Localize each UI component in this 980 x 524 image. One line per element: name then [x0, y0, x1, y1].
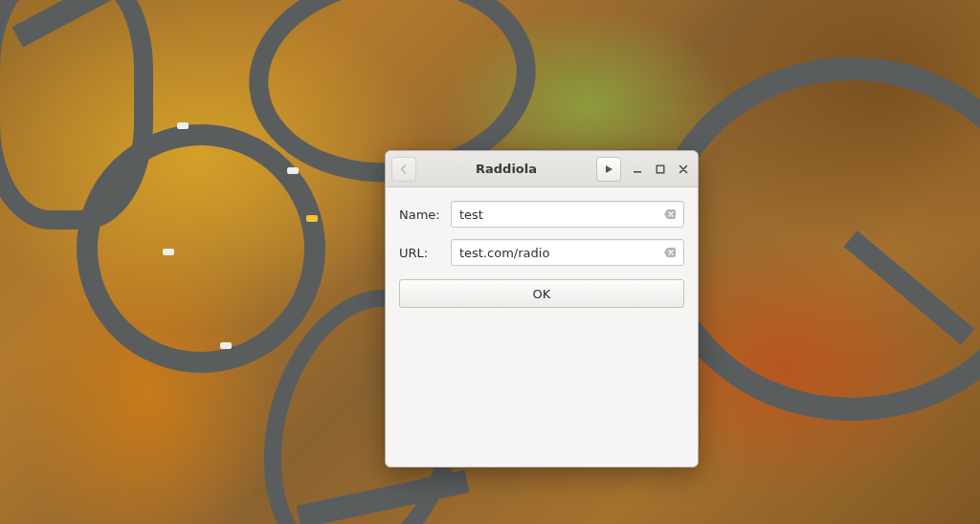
play-button[interactable]: [596, 157, 621, 182]
titlebar[interactable]: Raddiola: [386, 151, 698, 187]
minimize-button[interactable]: [629, 161, 646, 178]
name-label: Name:: [399, 207, 441, 222]
name-input[interactable]: [459, 207, 662, 222]
clear-url-icon[interactable]: [662, 245, 678, 260]
svg-rect-0: [634, 171, 641, 173]
window-title: Raddiola: [424, 162, 589, 176]
maximize-button[interactable]: [652, 161, 669, 178]
name-row: Name:: [399, 201, 684, 228]
url-label: URL:: [399, 246, 441, 260]
close-icon: [679, 164, 688, 174]
maximize-icon: [656, 164, 665, 174]
chevron-left-icon: [398, 164, 410, 175]
window-controls: [629, 161, 692, 178]
app-window: Raddiola: [385, 150, 699, 468]
play-icon: [603, 164, 614, 175]
url-row: URL:: [399, 239, 684, 266]
ok-button-label: OK: [533, 287, 551, 301]
back-button[interactable]: [391, 157, 416, 182]
name-entry[interactable]: [451, 201, 684, 228]
url-input[interactable]: [459, 246, 662, 260]
clear-name-icon[interactable]: [662, 207, 678, 222]
minimize-icon: [633, 164, 642, 174]
svg-rect-1: [657, 165, 664, 173]
window-body: Name: URL: OK: [386, 187, 698, 467]
url-entry[interactable]: [451, 239, 684, 266]
ok-button[interactable]: OK: [399, 279, 684, 308]
close-button[interactable]: [675, 161, 692, 178]
